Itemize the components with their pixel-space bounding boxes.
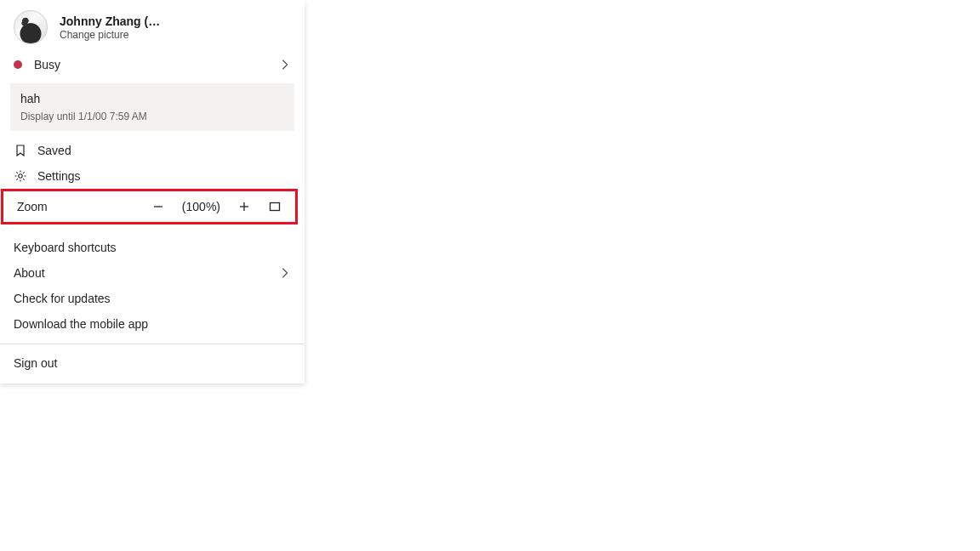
sign-out-label: Sign out xyxy=(14,356,57,370)
fullscreen-button[interactable] xyxy=(268,200,282,213)
profile-text: Johnny Zhang (… Change picture xyxy=(60,14,291,41)
svg-point-0 xyxy=(19,174,22,178)
status-message-expiry: Display until 1/1/00 7:59 AM xyxy=(20,111,284,122)
chevron-right-icon xyxy=(279,59,291,71)
avatar[interactable] xyxy=(14,10,48,44)
status-message-card[interactable]: hah Display until 1/1/00 7:59 AM xyxy=(10,83,294,131)
profile-name: Johnny Zhang (… xyxy=(60,14,291,28)
keyboard-shortcuts-label: Keyboard shortcuts xyxy=(14,241,291,254)
bookmark-icon xyxy=(14,144,27,157)
keyboard-shortcuts-item[interactable]: Keyboard shortcuts xyxy=(0,235,305,260)
zoom-controls: (100%) xyxy=(151,200,282,213)
plus-icon xyxy=(238,201,250,213)
status-message-text: hah xyxy=(20,92,284,105)
zoom-out-button[interactable] xyxy=(151,200,165,213)
zoom-row: Zoom (100%) xyxy=(1,189,298,224)
user-menu-panel: Johnny Zhang (… Change picture Busy hah … xyxy=(0,0,305,383)
status-row[interactable]: Busy xyxy=(0,51,305,78)
saved-label: Saved xyxy=(37,144,291,157)
svg-rect-4 xyxy=(271,203,280,211)
gear-icon xyxy=(14,169,27,183)
zoom-in-button[interactable] xyxy=(237,200,251,213)
download-app-item[interactable]: Download the mobile app xyxy=(0,311,305,337)
settings-label: Settings xyxy=(37,169,291,183)
status-busy-icon xyxy=(14,60,22,69)
sign-out-item[interactable]: Sign out xyxy=(0,344,305,383)
status-label: Busy xyxy=(34,58,279,71)
fullscreen-icon xyxy=(269,201,281,213)
minus-icon xyxy=(152,201,164,213)
about-item[interactable]: About xyxy=(0,260,305,286)
change-picture-link[interactable]: Change picture xyxy=(60,29,291,41)
chevron-right-icon xyxy=(279,267,291,279)
zoom-value: (100%) xyxy=(182,200,220,213)
saved-item[interactable]: Saved xyxy=(0,138,305,163)
settings-item[interactable]: Settings xyxy=(0,163,305,189)
download-app-label: Download the mobile app xyxy=(14,317,291,331)
check-updates-item[interactable]: Check for updates xyxy=(0,286,305,311)
check-updates-label: Check for updates xyxy=(14,292,291,305)
profile-header[interactable]: Johnny Zhang (… Change picture xyxy=(0,5,305,51)
zoom-label: Zoom xyxy=(17,200,151,213)
about-label: About xyxy=(14,266,269,280)
